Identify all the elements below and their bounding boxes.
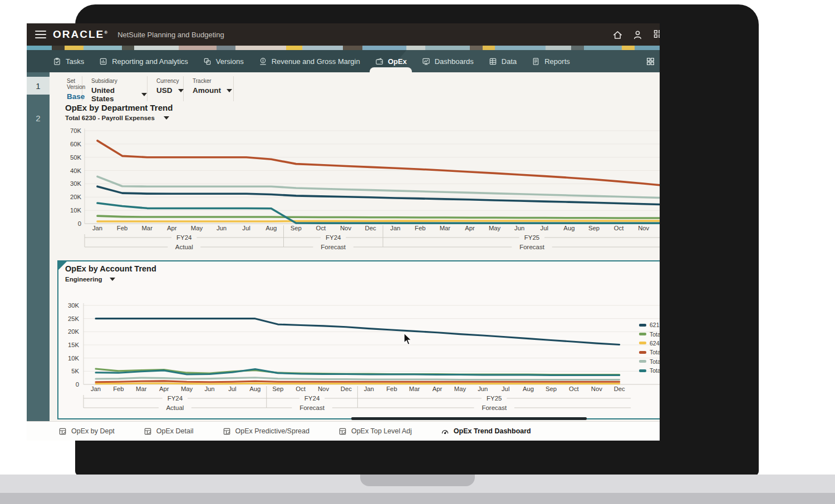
svg-text:20K: 20K: [68, 328, 80, 335]
svg-text:Apr: Apr: [465, 225, 475, 231]
nav-tab-tasks[interactable]: Tasks: [53, 50, 84, 72]
svg-text:Jan: Jan: [91, 386, 101, 392]
svg-text:Forecast: Forecast: [299, 404, 325, 411]
svg-text:Aug: Aug: [523, 386, 534, 392]
form-icon: [144, 427, 152, 436]
legend-item: Tota: [639, 366, 660, 375]
sheet-tab-label: OpEx Detail: [156, 427, 194, 435]
apps-grid-icon[interactable]: [646, 57, 655, 66]
chart-opex-by-department: 010K20K30K40K50K60K70KJanFebMarAprMayJun…: [56, 128, 660, 257]
filter-value-subsidiary[interactable]: United States: [91, 86, 147, 103]
legend-label: 621: [650, 322, 660, 328]
svg-text:Oct: Oct: [569, 386, 579, 392]
versions-icon: [203, 57, 212, 66]
svg-text:Apr: Apr: [433, 386, 443, 392]
nav-tab-versions[interactable]: Versions: [203, 50, 244, 72]
filter-label: Subsidiary: [91, 78, 147, 84]
svg-text:Mar: Mar: [409, 386, 420, 392]
svg-text:FY24: FY24: [168, 395, 183, 402]
chart2-title: OpEx by Account Trend: [65, 264, 156, 273]
sheet-tab-opex-trend-dashboard[interactable]: OpEx Trend Dashboard: [441, 427, 531, 436]
opex-icon: [375, 57, 384, 66]
filter-currency: CurrencyUSD: [148, 76, 184, 101]
chart2-panel[interactable]: OpEx by Account Trend Engineering 05K10K…: [57, 260, 660, 419]
top-bar: ORACLE® NetSuite Planning and Budgeting: [27, 23, 660, 46]
svg-text:Jan: Jan: [364, 386, 374, 392]
svg-text:Apr: Apr: [167, 225, 177, 231]
filter-value-tracker[interactable]: Amount: [193, 86, 233, 95]
nav-tab-opex[interactable]: OpEx: [375, 50, 407, 72]
reporting-icon: [99, 57, 107, 66]
nav-tab-reporting-and-analytics[interactable]: Reporting and Analytics: [99, 50, 188, 72]
form-icon: [144, 427, 152, 436]
home-icon: [612, 29, 623, 40]
series-green-line: [97, 216, 660, 218]
svg-text:25K: 25K: [68, 315, 80, 322]
filter-label: Set Version: [67, 78, 82, 90]
legend-item: 624: [639, 339, 660, 348]
nav-tab-revenue-and-gross-margin[interactable]: Revenue and Gross Margin: [259, 50, 360, 72]
hamburger-menu-icon[interactable]: [35, 28, 46, 41]
legend-label: Tota: [650, 331, 660, 338]
svg-text:Dec: Dec: [365, 225, 376, 231]
reports-icon: [532, 57, 540, 66]
svg-text:May: May: [191, 225, 203, 231]
svg-text:Sep: Sep: [272, 386, 283, 392]
reports-icon: [532, 57, 540, 66]
svg-text:FY24: FY24: [176, 234, 192, 241]
laptop-bottom-edge: [0, 493, 835, 504]
reporting-icon: [99, 57, 107, 66]
filter-subsidiary: SubsidiaryUnited States: [82, 76, 148, 101]
form-icon: [58, 427, 67, 436]
svg-text:Jun: Jun: [478, 386, 488, 392]
svg-text:50K: 50K: [70, 154, 82, 161]
app-screen: ORACLE® NetSuite Planning and Budgeting …: [27, 23, 660, 441]
svg-text:60K: 60K: [70, 141, 82, 147]
svg-text:Mar: Mar: [440, 225, 451, 231]
filter-label: Tracker: [193, 78, 233, 84]
apps-vert-icon[interactable]: [652, 29, 660, 40]
series-yellow-line: [97, 221, 660, 221]
svg-text:Jun: Jun: [217, 225, 227, 231]
nav-tab-data[interactable]: Data: [489, 50, 517, 72]
nav-tab-reports[interactable]: Reports: [532, 50, 570, 72]
form-icon: [338, 427, 347, 436]
svg-text:10K: 10K: [68, 355, 80, 362]
sheet-tab-opex-predictive-spread[interactable]: OpEx Predictive/Spread: [223, 427, 310, 436]
horizontal-scrollbar-thumb[interactable]: [351, 417, 587, 420]
pager-item-2[interactable]: 2: [27, 109, 50, 127]
home-icon[interactable]: [612, 29, 623, 40]
sheet-tab-label: OpEx Top Level Adj: [351, 427, 412, 435]
filter-value-currency[interactable]: USD: [156, 86, 183, 95]
laptop-notch: [360, 475, 475, 486]
pager-item-1[interactable]: 1: [27, 77, 50, 95]
legend-swatch: [639, 324, 646, 327]
legend-swatch: [639, 360, 646, 363]
svg-text:May: May: [454, 386, 466, 392]
svg-text:Actual: Actual: [166, 404, 184, 411]
svg-text:Jul: Jul: [541, 225, 548, 231]
chart1-member-selector[interactable]: Total 6230 - Payroll Expenses: [65, 115, 169, 121]
svg-text:Apr: Apr: [159, 386, 169, 392]
revenue-icon: [259, 57, 267, 66]
nav-tab-dashboards[interactable]: Dashboards: [422, 50, 474, 72]
svg-text:5K: 5K: [71, 368, 79, 374]
chevron-down-icon: [227, 89, 232, 92]
svg-text:Oct: Oct: [614, 225, 624, 231]
svg-text:Actual: Actual: [175, 244, 193, 250]
sheet-tab-opex-by-dept[interactable]: OpEx by Dept: [58, 427, 115, 436]
svg-text:Dec: Dec: [614, 386, 625, 392]
nav-tab-label: Reporting and Analytics: [112, 57, 188, 66]
svg-text:15K: 15K: [68, 342, 80, 348]
legend-item: Tota: [639, 357, 660, 366]
opex-icon: [375, 57, 384, 66]
svg-text:Oct: Oct: [296, 386, 306, 392]
svg-text:Jan: Jan: [390, 225, 400, 231]
filter-tracker: TrackerAmount: [184, 76, 234, 101]
sheet-tab-opex-top-level-adj[interactable]: OpEx Top Level Adj: [338, 427, 412, 436]
data-icon: [489, 57, 497, 66]
user-icon[interactable]: [632, 29, 643, 40]
filter-value-set-version[interactable]: Base: [67, 92, 82, 101]
chart2-member-selector[interactable]: Engineering: [65, 276, 115, 283]
sheet-tab-opex-detail[interactable]: OpEx Detail: [144, 427, 194, 436]
